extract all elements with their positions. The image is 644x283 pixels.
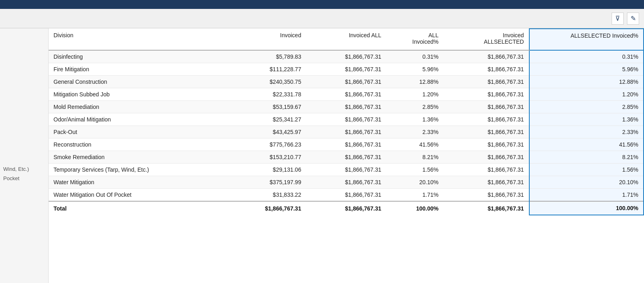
cell-invoiced-allselected: $1,866,767.31 [443, 126, 529, 138]
cell-invoiced: $153,210.77 [232, 151, 306, 164]
cell-division: Disinfecting [49, 50, 232, 63]
cell-allselected-invoiced-pct: 1.20% [529, 88, 644, 101]
cell-invoiced: $25,341.27 [232, 113, 306, 126]
cell-invoiced: $775,766.23 [232, 138, 306, 151]
data-table: Division Invoiced Invoiced ALL ALLInvoic… [49, 28, 644, 215]
col-header-division: Division [49, 29, 232, 50]
cell-allselected-invoiced-pct: 2.85% [529, 101, 644, 113]
cell-invoiced-all: $1,866,767.31 [306, 50, 386, 63]
cell-all-invoiced-pct: 12.88% [386, 76, 443, 88]
col-header-all-invoiced-pct: ALLInvoiced% [386, 29, 443, 50]
table-row: Pack-Out$43,425.97$1,866,767.312.33%$1,8… [49, 126, 644, 138]
table-row: Odor/Animal Mitigation$25,341.27$1,866,7… [49, 113, 644, 126]
cell-all-invoiced-pct: 8.21% [386, 151, 443, 164]
total-invoiced-allselected: $1,866,767.31 [443, 201, 529, 215]
cell-invoiced-allselected: $1,866,767.31 [443, 151, 529, 164]
table-header-row: Division Invoiced Invoiced ALL ALLInvoic… [49, 29, 644, 50]
cell-division: Water Mitigation Out Of Pocket [49, 189, 232, 202]
cell-division: General Construction [49, 76, 232, 88]
cell-invoiced-allselected: $1,866,767.31 [443, 88, 529, 101]
total-label: Total [49, 201, 232, 215]
cell-invoiced-allselected: $1,866,767.31 [443, 76, 529, 88]
cell-division: Fire Mitigation [49, 63, 232, 76]
cell-all-invoiced-pct: 1.36% [386, 113, 443, 126]
cell-invoiced: $43,425.97 [232, 126, 306, 138]
cell-division: Smoke Remediation [49, 151, 232, 164]
cell-all-invoiced-pct: 41.56% [386, 138, 443, 151]
cell-allselected-invoiced-pct: 0.31% [529, 50, 644, 63]
cell-invoiced-all: $1,866,767.31 [306, 101, 386, 113]
filter-icon: ⊽ [615, 15, 620, 22]
cell-all-invoiced-pct: 2.85% [386, 101, 443, 113]
cell-invoiced-allselected: $1,866,767.31 [443, 101, 529, 113]
filter-button[interactable]: ⊽ [612, 13, 624, 25]
cell-division: Water Mitigation [49, 176, 232, 189]
cell-division: Mitigation Subbed Job [49, 88, 232, 101]
cell-invoiced-allselected: $1,866,767.31 [443, 189, 529, 202]
edit-button[interactable]: ✎ [627, 13, 639, 25]
table-row: General Construction$240,350.75$1,866,76… [49, 76, 644, 88]
cell-allselected-invoiced-pct: 12.88% [529, 76, 644, 88]
cell-invoiced: $240,350.75 [232, 76, 306, 88]
cell-allselected-invoiced-pct: 20.10% [529, 176, 644, 189]
cell-allselected-invoiced-pct: 5.96% [529, 63, 644, 76]
col-header-invoiced-all: Invoiced ALL [306, 29, 386, 50]
sidebar: Wind, Etc.) Pocket [0, 28, 49, 283]
table-row: Mold Remediation$53,159.67$1,866,767.312… [49, 101, 644, 113]
cell-all-invoiced-pct: 1.20% [386, 88, 443, 101]
cell-invoiced-all: $1,866,767.31 [306, 76, 386, 88]
cell-all-invoiced-pct: 5.96% [386, 63, 443, 76]
cell-invoiced-allselected: $1,866,767.31 [443, 164, 529, 176]
table-row: Water Mitigation Out Of Pocket$31,833.22… [49, 189, 644, 202]
cell-invoiced: $111,228.77 [232, 63, 306, 76]
cell-invoiced-all: $1,866,767.31 [306, 88, 386, 101]
cell-division: Odor/Animal Mitigation [49, 113, 232, 126]
cell-invoiced: $53,159.67 [232, 101, 306, 113]
table-row: Reconstruction$775,766.23$1,866,767.3141… [49, 138, 644, 151]
cell-invoiced-allselected: $1,866,767.31 [443, 176, 529, 189]
cell-invoiced: $375,197.99 [232, 176, 306, 189]
toolbar-row: ⊽ ✎ [0, 9, 644, 28]
total-allselected-invoiced-pct: 100.00% [529, 201, 644, 215]
cell-invoiced-all: $1,866,767.31 [306, 138, 386, 151]
cell-all-invoiced-pct: 0.31% [386, 50, 443, 63]
col-header-invoiced: Invoiced [232, 29, 306, 50]
cell-invoiced-all: $1,866,767.31 [306, 63, 386, 76]
cell-allselected-invoiced-pct: 2.33% [529, 126, 644, 138]
main-content: Wind, Etc.) Pocket Division Invoiced Inv… [0, 28, 644, 283]
cell-all-invoiced-pct: 1.56% [386, 164, 443, 176]
table-row: Water Mitigation$375,197.99$1,866,767.31… [49, 176, 644, 189]
cell-invoiced: $31,833.22 [232, 189, 306, 202]
col-header-invoiced-allselected: InvoicedALLSELECTED [443, 29, 529, 50]
cell-all-invoiced-pct: 2.33% [386, 126, 443, 138]
total-all-invoiced-pct: 100.00% [386, 201, 443, 215]
table-total-row: Total $1,866,767.31 $1,866,767.31 100.00… [49, 201, 644, 215]
cell-allselected-invoiced-pct: 1.71% [529, 189, 644, 202]
cell-invoiced-all: $1,866,767.31 [306, 189, 386, 202]
total-invoiced-all: $1,866,767.31 [306, 201, 386, 215]
cell-division: Mold Remediation [49, 101, 232, 113]
cell-invoiced-allselected: $1,866,767.31 [443, 113, 529, 126]
cell-division: Reconstruction [49, 138, 232, 151]
cell-invoiced-all: $1,866,767.31 [306, 113, 386, 126]
cell-invoiced-all: $1,866,767.31 [306, 176, 386, 189]
table-row: Smoke Remediation$153,210.77$1,866,767.3… [49, 151, 644, 164]
total-invoiced: $1,866,767.31 [232, 201, 306, 215]
cell-allselected-invoiced-pct: 41.56% [529, 138, 644, 151]
cell-allselected-invoiced-pct: 1.36% [529, 113, 644, 126]
cell-allselected-invoiced-pct: 1.56% [529, 164, 644, 176]
cell-invoiced: $5,789.83 [232, 50, 306, 63]
table-row: Temporary Services (Tarp, Wind, Etc.)$29… [49, 164, 644, 176]
sidebar-item-pocket: Pocket [3, 175, 48, 181]
cell-invoiced-all: $1,866,767.31 [306, 126, 386, 138]
table-container: Division Invoiced Invoiced ALL ALLInvoic… [49, 28, 644, 283]
cell-invoiced-allselected: $1,866,767.31 [443, 63, 529, 76]
sidebar-item-wind: Wind, Etc.) [3, 166, 48, 172]
cell-all-invoiced-pct: 1.71% [386, 189, 443, 202]
cell-allselected-invoiced-pct: 8.21% [529, 151, 644, 164]
cell-invoiced-all: $1,866,767.31 [306, 151, 386, 164]
table-row: Fire Mitigation$111,228.77$1,866,767.315… [49, 63, 644, 76]
cell-invoiced: $22,331.78 [232, 88, 306, 101]
table-row: Mitigation Subbed Job$22,331.78$1,866,76… [49, 88, 644, 101]
edit-icon: ✎ [631, 15, 636, 22]
